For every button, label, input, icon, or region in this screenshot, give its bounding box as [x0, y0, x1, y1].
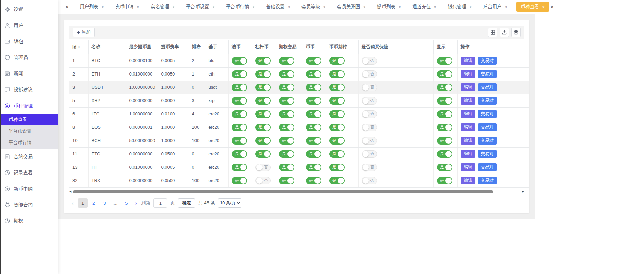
coin-toggle[interactable]: 是 — [306, 110, 321, 118]
leverage-toggle[interactable]: 是 — [255, 110, 271, 118]
tab-platform-coin-market[interactable]: 平台币行情× — [224, 2, 257, 12]
insurance-toggle[interactable]: 否 — [362, 150, 377, 158]
scroll-left-arrow-icon[interactable]: ◀ — [69, 190, 71, 193]
tab-channel-recharge[interactable]: 通道充值× — [410, 2, 439, 12]
prev-page-icon[interactable]: ‹ — [71, 200, 75, 206]
trading-pair-button[interactable]: 交易对 — [478, 163, 497, 171]
show-toggle[interactable]: 是 — [437, 84, 452, 91]
leverage-toggle[interactable]: 是 — [255, 84, 271, 91]
coin-toggle[interactable]: 是 — [306, 124, 321, 131]
coin-toggle[interactable]: 是 — [306, 84, 321, 91]
leverage-toggle[interactable]: 否 — [255, 177, 271, 184]
edit-button[interactable]: 编辑 — [461, 123, 475, 131]
fiat-toggle[interactable]: 是 — [232, 57, 247, 65]
edit-button[interactable]: 编辑 — [461, 70, 475, 78]
show-toggle[interactable]: 是 — [437, 177, 452, 184]
export-icon[interactable] — [500, 28, 509, 37]
edit-button[interactable]: 编辑 — [461, 110, 475, 118]
tab-close-icon[interactable]: × — [287, 5, 290, 9]
transfer-toggle[interactable]: 是 — [329, 97, 345, 105]
trading-pair-button[interactable]: 交易对 — [478, 57, 497, 65]
fiat-toggle[interactable]: 是 — [232, 164, 247, 171]
fiat-toggle[interactable]: 是 — [232, 124, 247, 131]
tab-member-level[interactable]: 会员等级× — [299, 2, 328, 12]
edit-button[interactable]: 编辑 — [461, 137, 475, 145]
grid-columns-icon[interactable] — [488, 28, 497, 37]
page-number-5[interactable]: 5 — [122, 198, 131, 208]
scrollbar-thumb[interactable] — [73, 190, 493, 193]
transfer-toggle[interactable]: 是 — [329, 124, 345, 131]
tab-close-icon[interactable]: × — [399, 5, 401, 9]
sidebar-item-smart-contract[interactable]: 智能合约 — [0, 197, 58, 213]
insurance-toggle[interactable]: 否 — [362, 70, 377, 78]
show-toggle[interactable]: 是 — [437, 137, 452, 145]
column-header[interactable]: id▲▼ — [69, 40, 88, 54]
insurance-toggle[interactable]: 否 — [362, 84, 377, 91]
option-trade-toggle[interactable]: 是 — [279, 57, 294, 65]
sidebar-subitem-platform-coin-settings[interactable]: 平台币设置 — [0, 125, 58, 137]
option-trade-toggle[interactable]: 是 — [279, 110, 294, 118]
sidebar-item-settings[interactable]: 设置 — [0, 1, 58, 17]
sidebar-item-records[interactable]: 记录查看 — [0, 165, 58, 181]
coin-toggle[interactable]: 是 — [306, 177, 321, 184]
edit-button[interactable]: 编辑 — [461, 97, 475, 105]
transfer-toggle[interactable]: 是 — [329, 177, 345, 184]
confirm-button[interactable]: 确定 — [178, 198, 195, 208]
sort-icon[interactable]: ▲▼ — [78, 46, 80, 49]
tab-close-icon[interactable]: × — [434, 5, 437, 9]
fiat-toggle[interactable]: 是 — [232, 97, 247, 105]
tab-backend-user[interactable]: 后台用户× — [481, 2, 510, 12]
leverage-toggle[interactable]: 是 — [255, 57, 271, 65]
option-trade-toggle[interactable]: 是 — [279, 70, 294, 78]
tabs-scroll-right-icon[interactable]: » — [549, 3, 555, 10]
leverage-toggle[interactable]: 是 — [255, 97, 271, 105]
option-trade-toggle[interactable]: 是 — [279, 164, 294, 171]
coin-toggle[interactable]: 是 — [306, 57, 321, 65]
fiat-toggle[interactable]: 是 — [232, 110, 247, 118]
sidebar-item-news[interactable]: 新闻 — [0, 66, 58, 82]
option-trade-toggle[interactable]: 是 — [279, 124, 294, 131]
trading-pair-button[interactable]: 交易对 — [478, 150, 497, 158]
tab-platform-coin-settings[interactable]: 平台币设置× — [184, 2, 217, 12]
option-trade-toggle[interactable]: 是 — [279, 150, 294, 158]
show-toggle[interactable]: 是 — [437, 150, 452, 158]
tab-withdraw-list[interactable]: 提币列表× — [375, 2, 403, 12]
show-toggle[interactable]: 是 — [437, 164, 452, 171]
sidebar-item-feedback[interactable]: 投拆建议 — [0, 82, 58, 98]
edit-button[interactable]: 编辑 — [461, 163, 475, 171]
fiat-toggle[interactable]: 是 — [232, 137, 247, 145]
coin-toggle[interactable]: 是 — [306, 150, 321, 158]
tab-close-icon[interactable]: × — [505, 5, 508, 9]
tab-coin-view[interactable]: 币种查看× — [516, 2, 549, 12]
sidebar-item-wallet[interactable]: 钱包 — [0, 33, 58, 50]
transfer-toggle[interactable]: 是 — [329, 57, 345, 65]
sidebar-item-coin-manage[interactable]: 币种管理 — [0, 98, 58, 114]
page-number-3[interactable]: 3 — [100, 198, 109, 208]
transfer-toggle[interactable]: 是 — [329, 84, 345, 91]
trading-pair-button[interactable]: 交易对 — [478, 110, 497, 118]
tab-member-graph[interactable]: 会员关系图× — [335, 2, 368, 12]
sidebar-subitem-coin-view[interactable]: 币种查看 — [0, 114, 58, 125]
tab-wallet-manage[interactable]: 钱包管理× — [446, 2, 474, 12]
insurance-toggle[interactable]: 否 — [362, 57, 377, 65]
page-size-select[interactable]: 10 条/页 — [218, 198, 241, 208]
insurance-toggle[interactable]: 否 — [362, 97, 377, 105]
show-toggle[interactable]: 是 — [437, 124, 452, 131]
leverage-toggle[interactable]: 是 — [255, 137, 271, 145]
sidebar-item-contract-trade[interactable]: 合约交易 — [0, 149, 58, 165]
option-trade-toggle[interactable]: 是 — [279, 177, 294, 184]
insurance-toggle[interactable]: 否 — [362, 177, 377, 184]
transfer-toggle[interactable]: 是 — [329, 137, 345, 145]
coin-toggle[interactable]: 是 — [306, 164, 321, 171]
trading-pair-button[interactable]: 交易对 — [478, 137, 497, 145]
tab-basic-settings[interactable]: 基础设置× — [264, 2, 292, 12]
trading-pair-button[interactable]: 交易对 — [478, 123, 497, 131]
trading-pair-button[interactable]: 交易对 — [478, 83, 497, 91]
trading-pair-button[interactable]: 交易对 — [478, 177, 497, 184]
trading-pair-button[interactable]: 交易对 — [478, 70, 497, 78]
edit-button[interactable]: 编辑 — [461, 177, 475, 184]
sidebar-subitem-platform-coin-market[interactable]: 平台币行情 — [0, 137, 58, 149]
sidebar-item-users[interactable]: 用户 — [0, 17, 58, 33]
edit-button[interactable]: 编辑 — [461, 150, 475, 158]
tab-user-list[interactable]: 用户列表× — [78, 2, 106, 12]
